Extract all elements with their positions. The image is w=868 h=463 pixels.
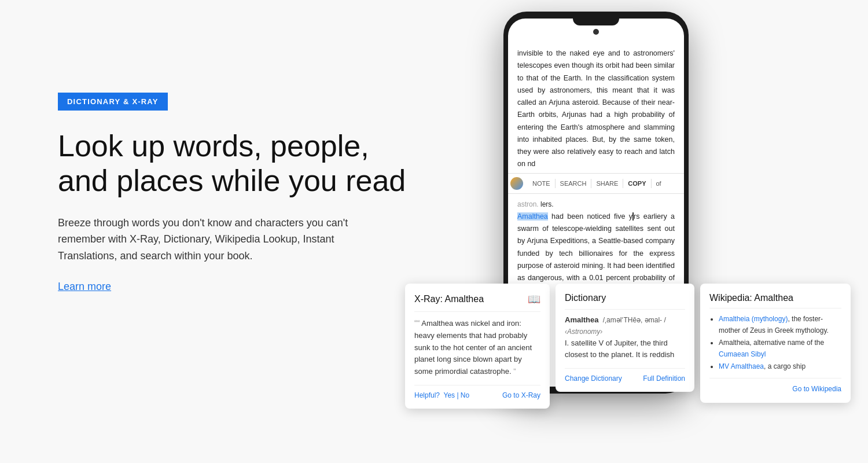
headline: Look up words, people, and places while … [58, 129, 434, 199]
subtext: Breeze through words you don't know and … [58, 215, 393, 264]
headline-line1: Look up words, people, [58, 129, 369, 163]
book-text-bottom: astron. lers. Amalthea had been noticed … [508, 196, 684, 297]
helpful-label: Helpful? [414, 391, 440, 399]
dict-body: Amalthea /ˌaməlˈTHēə, əmal- / ‹Astronomy… [565, 314, 685, 361]
amalthea-highlight: Amalthea [517, 212, 548, 221]
wiki-item-3: MV Amalthaea, a cargo ship [719, 361, 841, 372]
dict-pronunciation: /ˌaməlˈTHēə, əmal- / [603, 316, 666, 324]
dict-category: ‹Astronomy› [565, 328, 602, 336]
search-button[interactable]: SEARCH [556, 179, 592, 188]
left-section: DICTIONARY & X-RAY Look up words, people… [58, 93, 434, 293]
book-icon: 📖 [528, 293, 540, 306]
book-text-nd: nd [527, 160, 535, 168]
dict-popup-title: Dictionary [565, 293, 685, 303]
headline-line2: and places while you read [58, 164, 406, 197]
learn-more-link[interactable]: Learn more [58, 281, 111, 292]
wikipedia-popup: Wikipedia: Amalthea Amaltheia (mythology… [700, 284, 851, 403]
badge: DICTIONARY & X-RAY [58, 93, 168, 111]
book-text-6: rs earlier [634, 212, 663, 221]
wiki-title: Wikipedia: Amalthea [709, 293, 841, 303]
dict-word: Amalthea [565, 315, 599, 324]
dict-divider [565, 309, 685, 310]
wiki-item-1: Amaltheia (mythology), the foster-mother… [719, 313, 841, 337]
change-dictionary-link[interactable]: Change Dictionary [565, 374, 622, 383]
wiki-divider [709, 308, 841, 308]
xray-footer: Helpful? Yes | No Go to X-Ray [414, 385, 540, 399]
wiki-link-2[interactable]: Cumaean Sibyl [719, 350, 766, 358]
wiki-item-2: Amaltheia, alternative name of the Cumae… [719, 337, 841, 361]
book-text-para1: invisible to the naked eye and to astron… [517, 49, 675, 168]
dict-title-text: Dictionary [565, 293, 606, 303]
book-text: invisible to the naked eye and to astron… [508, 19, 684, 171]
yes-button[interactable]: Yes [443, 391, 455, 399]
goto-wikipedia-link[interactable]: Go to Wikipedia [792, 385, 841, 393]
dict-footer: Change Dictionary Full Definition [565, 368, 685, 383]
xray-divider [414, 311, 540, 312]
book-text-5: had been noticed five y [548, 212, 632, 221]
wiki-text-2: Amaltheia, alternative name of the [719, 339, 824, 347]
phone-camera [593, 29, 599, 35]
xray-title-text: X-Ray: Amalthea [414, 294, 484, 304]
wiki-link-1[interactable]: Amaltheia (mythology) [719, 315, 788, 323]
note-button[interactable]: NOTE [528, 179, 556, 188]
wiki-list: Amaltheia (mythology), the foster-mother… [709, 313, 841, 372]
wiki-text-3: , a cargo ship [764, 362, 806, 370]
of-text: of [652, 179, 666, 188]
share-button[interactable]: SHARE [591, 179, 623, 188]
book-text-7: y a swarm of telescope-wielding satellit… [517, 212, 675, 295]
xray-quote: Amalthea was nickel and iron: heavy elem… [414, 317, 540, 378]
xray-popup: X-Ray: Amalthea 📖 Amalthea was nickel an… [405, 284, 550, 409]
book-text-lers: lers. [540, 200, 554, 208]
wiki-link-3[interactable]: MV Amalthaea [719, 362, 764, 370]
book-text-astron: astron. [517, 200, 540, 208]
full-definition-link[interactable]: Full Definition [643, 374, 685, 383]
no-button[interactable]: No [461, 391, 469, 399]
phone-notch [573, 19, 619, 25]
dict-definition: I. satellite V of Jupiter, the third clo… [565, 339, 674, 359]
copy-button[interactable]: COPY [623, 179, 651, 188]
xray-popup-title: X-Ray: Amalthea 📖 [414, 293, 540, 306]
helpful-section: Helpful? Yes | No [414, 391, 469, 399]
wiki-footer: Go to Wikipedia [709, 378, 841, 394]
color-dot [510, 177, 523, 190]
context-menu: NOTE SEARCH SHARE COPY of [508, 173, 684, 194]
goto-xray-link[interactable]: Go to X-Ray [502, 391, 540, 399]
dictionary-popup: Dictionary Amalthea /ˌaməlˈTHēə, əmal- /… [556, 284, 694, 392]
